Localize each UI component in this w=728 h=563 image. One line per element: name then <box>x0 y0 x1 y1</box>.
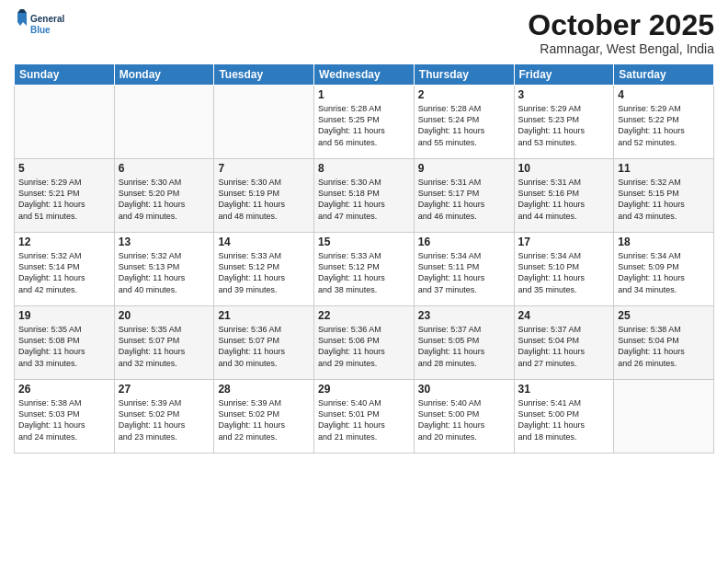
day-info: Sunrise: 5:32 AM Sunset: 5:13 PM Dayligh… <box>119 250 210 295</box>
day-info: Sunrise: 5:32 AM Sunset: 5:15 PM Dayligh… <box>618 177 710 222</box>
header-thursday: Thursday <box>414 64 514 86</box>
table-row: 16Sunrise: 5:34 AM Sunset: 5:11 PM Dayli… <box>414 233 514 306</box>
table-row <box>114 86 214 159</box>
table-row: 24Sunrise: 5:37 AM Sunset: 5:04 PM Dayli… <box>514 306 614 380</box>
day-info: Sunrise: 5:38 AM Sunset: 5:04 PM Dayligh… <box>618 324 710 369</box>
day-number: 5 <box>18 162 110 175</box>
day-info: Sunrise: 5:31 AM Sunset: 5:17 PM Dayligh… <box>418 177 510 222</box>
title-block: October 2025 Ramnagar, West Bengal, Indi… <box>528 9 714 56</box>
table-row: 27Sunrise: 5:39 AM Sunset: 5:02 PM Dayli… <box>114 380 214 454</box>
day-info: Sunrise: 5:37 AM Sunset: 5:05 PM Dayligh… <box>418 324 510 369</box>
day-info: Sunrise: 5:33 AM Sunset: 5:12 PM Dayligh… <box>218 250 310 295</box>
table-row: 14Sunrise: 5:33 AM Sunset: 5:12 PM Dayli… <box>214 233 314 306</box>
table-row: 1Sunrise: 5:28 AM Sunset: 5:25 PM Daylig… <box>314 86 415 159</box>
day-number: 12 <box>18 236 110 248</box>
day-number: 9 <box>418 162 510 175</box>
day-info: Sunrise: 5:39 AM Sunset: 5:02 PM Dayligh… <box>119 397 210 442</box>
table-row: 20Sunrise: 5:35 AM Sunset: 5:07 PM Dayli… <box>114 306 214 380</box>
day-info: Sunrise: 5:32 AM Sunset: 5:14 PM Dayligh… <box>18 250 110 295</box>
table-row: 6Sunrise: 5:30 AM Sunset: 5:20 PM Daylig… <box>114 159 214 233</box>
day-info: Sunrise: 5:35 AM Sunset: 5:07 PM Dayligh… <box>119 324 210 369</box>
day-info: Sunrise: 5:39 AM Sunset: 5:02 PM Dayligh… <box>218 397 310 442</box>
day-number: 8 <box>318 162 410 175</box>
table-row <box>614 380 714 454</box>
svg-text:General: General <box>30 14 64 24</box>
week-row-3: 19Sunrise: 5:35 AM Sunset: 5:08 PM Dayli… <box>15 306 714 380</box>
day-info: Sunrise: 5:31 AM Sunset: 5:16 PM Dayligh… <box>518 177 610 222</box>
day-number: 2 <box>418 88 510 101</box>
week-row-2: 12Sunrise: 5:32 AM Sunset: 5:14 PM Dayli… <box>15 233 714 306</box>
table-row: 2Sunrise: 5:28 AM Sunset: 5:24 PM Daylig… <box>414 86 514 159</box>
day-info: Sunrise: 5:40 AM Sunset: 5:00 PM Dayligh… <box>418 397 510 442</box>
table-row: 30Sunrise: 5:40 AM Sunset: 5:00 PM Dayli… <box>414 380 514 454</box>
table-row <box>214 86 314 159</box>
day-number: 23 <box>418 309 510 322</box>
table-row: 12Sunrise: 5:32 AM Sunset: 5:14 PM Dayli… <box>15 233 115 306</box>
day-info: Sunrise: 5:35 AM Sunset: 5:08 PM Dayligh… <box>18 324 110 369</box>
header: General Blue October 2025 Ramnagar, West… <box>14 9 714 56</box>
calendar-table: Sunday Monday Tuesday Wednesday Thursday… <box>14 63 714 454</box>
day-number: 16 <box>418 236 510 248</box>
week-row-1: 5Sunrise: 5:29 AM Sunset: 5:21 PM Daylig… <box>15 159 714 233</box>
logo: General Blue <box>14 9 69 42</box>
day-number: 6 <box>119 162 210 175</box>
day-number: 1 <box>318 88 410 101</box>
day-number: 19 <box>18 309 110 322</box>
table-row: 17Sunrise: 5:34 AM Sunset: 5:10 PM Dayli… <box>514 233 614 306</box>
location: Ramnagar, West Bengal, India <box>528 41 714 56</box>
day-info: Sunrise: 5:37 AM Sunset: 5:04 PM Dayligh… <box>518 324 610 369</box>
table-row: 13Sunrise: 5:32 AM Sunset: 5:13 PM Dayli… <box>114 233 214 306</box>
table-row: 26Sunrise: 5:38 AM Sunset: 5:03 PM Dayli… <box>15 380 115 454</box>
day-info: Sunrise: 5:28 AM Sunset: 5:25 PM Dayligh… <box>318 103 410 148</box>
table-row: 10Sunrise: 5:31 AM Sunset: 5:16 PM Dayli… <box>514 159 614 233</box>
day-info: Sunrise: 5:40 AM Sunset: 5:01 PM Dayligh… <box>318 397 410 442</box>
header-friday: Friday <box>514 64 614 86</box>
day-info: Sunrise: 5:34 AM Sunset: 5:09 PM Dayligh… <box>618 250 710 295</box>
day-number: 18 <box>618 236 710 248</box>
table-row: 25Sunrise: 5:38 AM Sunset: 5:04 PM Dayli… <box>614 306 714 380</box>
header-saturday: Saturday <box>614 64 714 86</box>
day-info: Sunrise: 5:38 AM Sunset: 5:03 PM Dayligh… <box>18 397 110 442</box>
svg-marker-3 <box>17 9 27 13</box>
table-row: 11Sunrise: 5:32 AM Sunset: 5:15 PM Dayli… <box>614 159 714 233</box>
day-number: 7 <box>218 162 310 175</box>
day-info: Sunrise: 5:36 AM Sunset: 5:06 PM Dayligh… <box>318 324 410 369</box>
week-row-0: 1Sunrise: 5:28 AM Sunset: 5:25 PM Daylig… <box>15 86 714 159</box>
month-title: October 2025 <box>528 9 714 41</box>
table-row: 21Sunrise: 5:36 AM Sunset: 5:07 PM Dayli… <box>214 306 314 380</box>
day-number: 15 <box>318 236 410 248</box>
day-number: 3 <box>518 88 610 101</box>
day-number: 22 <box>318 309 410 322</box>
day-info: Sunrise: 5:34 AM Sunset: 5:10 PM Dayligh… <box>518 250 610 295</box>
table-row: 28Sunrise: 5:39 AM Sunset: 5:02 PM Dayli… <box>214 380 314 454</box>
weekday-header-row: Sunday Monday Tuesday Wednesday Thursday… <box>15 64 714 86</box>
table-row: 18Sunrise: 5:34 AM Sunset: 5:09 PM Dayli… <box>614 233 714 306</box>
table-row: 29Sunrise: 5:40 AM Sunset: 5:01 PM Dayli… <box>314 380 415 454</box>
week-row-4: 26Sunrise: 5:38 AM Sunset: 5:03 PM Dayli… <box>15 380 714 454</box>
table-row: 19Sunrise: 5:35 AM Sunset: 5:08 PM Dayli… <box>15 306 115 380</box>
day-info: Sunrise: 5:30 AM Sunset: 5:19 PM Dayligh… <box>218 177 310 222</box>
day-number: 10 <box>518 162 610 175</box>
day-number: 25 <box>618 309 710 322</box>
svg-marker-2 <box>17 13 27 26</box>
header-wednesday: Wednesday <box>314 64 415 86</box>
header-tuesday: Tuesday <box>214 64 314 86</box>
header-sunday: Sunday <box>15 64 115 86</box>
table-row: 5Sunrise: 5:29 AM Sunset: 5:21 PM Daylig… <box>15 159 115 233</box>
table-row: 22Sunrise: 5:36 AM Sunset: 5:06 PM Dayli… <box>314 306 415 380</box>
day-number: 27 <box>119 383 210 396</box>
day-info: Sunrise: 5:30 AM Sunset: 5:18 PM Dayligh… <box>318 177 410 222</box>
day-number: 26 <box>18 383 110 396</box>
day-info: Sunrise: 5:34 AM Sunset: 5:11 PM Dayligh… <box>418 250 510 295</box>
logo-svg: General Blue <box>14 9 69 42</box>
day-number: 14 <box>218 236 310 248</box>
day-info: Sunrise: 5:28 AM Sunset: 5:24 PM Dayligh… <box>418 103 510 148</box>
table-row <box>15 86 115 159</box>
table-row: 7Sunrise: 5:30 AM Sunset: 5:19 PM Daylig… <box>214 159 314 233</box>
day-number: 31 <box>518 383 610 396</box>
table-row: 9Sunrise: 5:31 AM Sunset: 5:17 PM Daylig… <box>414 159 514 233</box>
table-row: 8Sunrise: 5:30 AM Sunset: 5:18 PM Daylig… <box>314 159 415 233</box>
table-row: 31Sunrise: 5:41 AM Sunset: 5:00 PM Dayli… <box>514 380 614 454</box>
table-row: 23Sunrise: 5:37 AM Sunset: 5:05 PM Dayli… <box>414 306 514 380</box>
day-info: Sunrise: 5:29 AM Sunset: 5:22 PM Dayligh… <box>618 103 710 148</box>
